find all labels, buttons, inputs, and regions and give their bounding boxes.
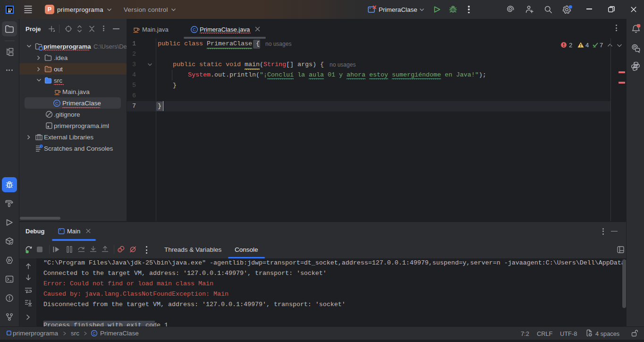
svg-text:C: C bbox=[193, 27, 196, 32]
svg-text:C: C bbox=[55, 101, 59, 106]
svg-text:C: C bbox=[93, 331, 95, 336]
